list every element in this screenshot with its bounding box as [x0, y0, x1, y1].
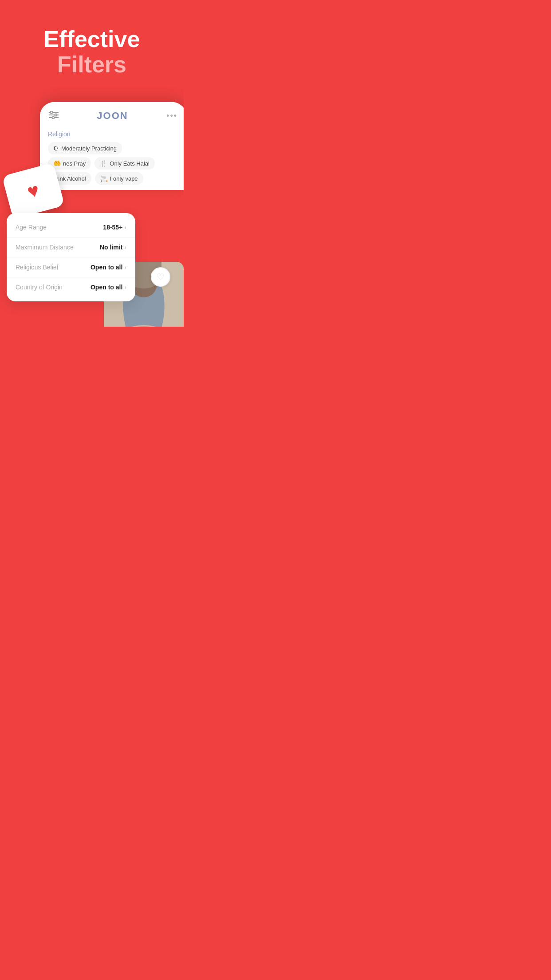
tag-label: Only Eats Halal — [110, 160, 150, 167]
religion-section: Religion ☪ Moderately Practicing 🤲 nes P… — [40, 126, 184, 190]
more-options-icon[interactable]: ••• — [166, 111, 177, 121]
religion-label: Religion — [48, 130, 178, 138]
app-header: JOON ••• — [40, 102, 184, 126]
svg-point-5 — [52, 116, 55, 119]
tag-only-vape[interactable]: 🚬 I only vape — [95, 172, 143, 185]
vape-icon: 🚬 — [100, 175, 108, 182]
age-range-value: 18-55+ › — [103, 224, 126, 231]
tag-label: nes Pray — [63, 160, 86, 167]
svg-point-1 — [51, 111, 53, 113]
filter-row-country[interactable]: Country of Origin Open to all › — [7, 277, 135, 297]
filter-row-religion[interactable]: Religious Belief Open to all › — [7, 257, 135, 277]
religion-value: Open to all › — [91, 264, 126, 271]
tag-only-eats-halal[interactable]: 🍴 Only Eats Halal — [94, 157, 155, 170]
app-logo: JOON — [97, 110, 128, 122]
utensils-icon: 🍴 — [100, 160, 107, 167]
chevron-right-icon: › — [124, 224, 126, 231]
tags-row-1: ☪ Moderately Practicing — [48, 142, 178, 154]
crescent-icon: ☪ — [53, 145, 59, 152]
heart-icon: ♥ — [25, 178, 42, 203]
phone-mockup: JOON ••• Religion ☪ Moderately Practicin… — [40, 102, 184, 190]
tags-row-2: 🤲 nes Pray 🍴 Only Eats Halal — [48, 157, 178, 170]
heart-card-icon: ♥ — [2, 162, 65, 219]
tag-label: I only vape — [110, 175, 138, 182]
hero-title-line2: Filters — [57, 51, 126, 77]
religion-label: Religious Belief — [16, 264, 59, 271]
tag-moderately-practicing[interactable]: ☪ Moderately Practicing — [48, 142, 122, 154]
page-wrapper: Effective Filters ♥ JOON ••• — [0, 0, 184, 327]
country-label: Country of Origin — [16, 284, 63, 291]
heart-outline-icon: ♡ — [157, 272, 165, 282]
like-heart-button[interactable]: ♡ — [151, 267, 170, 287]
filter-sliders-icon[interactable] — [49, 111, 59, 121]
hero-title: Effective Filters — [9, 27, 175, 77]
svg-point-3 — [55, 114, 57, 116]
chevron-right-icon: › — [124, 264, 126, 271]
chevron-right-icon: › — [124, 244, 126, 251]
distance-value: No limit › — [100, 244, 126, 251]
country-value: Open to all › — [91, 284, 126, 291]
distance-label: Maxmimum Distance — [16, 244, 74, 251]
prayer-icon: 🤲 — [53, 160, 61, 167]
chevron-right-icon: › — [124, 284, 126, 291]
filter-row-age[interactable]: Age Range 18-55+ › — [7, 217, 135, 237]
hero-title-line1: Effective — [44, 26, 140, 52]
filter-card-basic: Age Range 18-55+ › Maxmimum Distance No … — [7, 213, 135, 301]
tag-label: Moderately Practicing — [61, 145, 117, 152]
filter-row-distance[interactable]: Maxmimum Distance No limit › — [7, 237, 135, 257]
age-range-label: Age Range — [16, 224, 47, 231]
tags-row-3: drink Alcohol 🚬 I only vape — [48, 172, 178, 185]
